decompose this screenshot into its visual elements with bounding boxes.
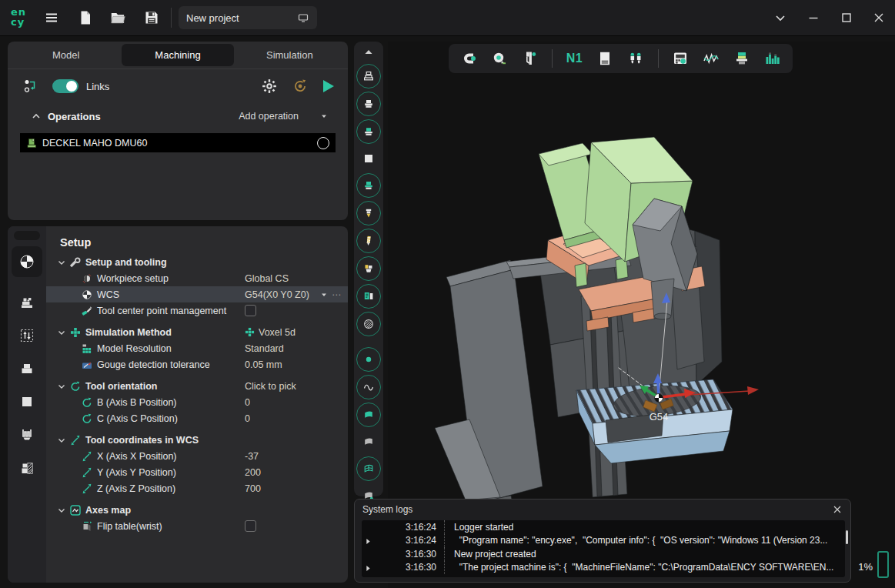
expander-down-icon[interactable] — [57, 382, 66, 391]
log-row: 3:16:30 "The project machine is": { "Mac… — [362, 561, 845, 575]
logs-scrollbar[interactable] — [846, 530, 848, 544]
sync-icon[interactable] — [292, 79, 308, 94]
setup-row-b-axis-b-position[interactable]: B (Axis B Position)0 — [46, 394, 348, 410]
expand-arrow-icon[interactable] — [366, 536, 375, 545]
gizmo-label: G54 — [650, 411, 669, 423]
add-operation-button[interactable]: Add operation — [239, 111, 299, 122]
setup-row-axes-map[interactable]: Axes map — [46, 502, 348, 518]
maximize-icon[interactable] — [838, 9, 855, 26]
expander-down-icon[interactable] — [57, 436, 66, 445]
setup-row-gouge-detection-tolerance[interactable]: Gouge detection tolerance0.05 mm — [46, 356, 348, 373]
control-doc-icon[interactable] — [356, 284, 381, 309]
scroll-up-icon[interactable] — [362, 48, 375, 57]
machine-icon[interactable] — [356, 64, 381, 89]
control-panel-icon[interactable] — [672, 48, 690, 68]
side-item-selected[interactable] — [12, 246, 42, 277]
stock-blocks-icon[interactable] — [19, 361, 35, 376]
surface-icon[interactable] — [356, 403, 381, 427]
tab-simulation[interactable]: Simulation — [234, 44, 346, 66]
strip-handle[interactable] — [14, 231, 40, 240]
mesh-icon[interactable] — [356, 456, 381, 481]
part-stock-icon[interactable] — [356, 119, 381, 144]
sheet-icon[interactable] — [596, 48, 614, 68]
gear-icon[interactable] — [262, 79, 277, 94]
expander-down-icon[interactable] — [57, 506, 66, 515]
machine-radio[interactable] — [317, 137, 329, 149]
setup-row-model-resolution[interactable]: Model ResolutionStandard — [46, 340, 348, 356]
close-logs-icon[interactable] — [832, 504, 843, 515]
caret-down-icon[interactable] — [320, 112, 328, 120]
stack-icon[interactable] — [733, 48, 751, 68]
point-icon[interactable] — [356, 347, 381, 372]
chevron-down-icon[interactable] — [772, 9, 789, 26]
nc-program-button[interactable]: N1 — [566, 48, 583, 68]
equalizer-icon[interactable] — [764, 48, 782, 68]
setup-row-y-axis-y-position[interactable]: Y (Axis Y Position)200 — [46, 464, 348, 480]
expander-down-icon[interactable] — [57, 328, 66, 337]
setup-row-z-axis-z-position[interactable]: Z (Axis Z Position)700 — [46, 480, 348, 496]
setup-row-c-axis-c-position[interactable]: C (Axis C Position)0 — [46, 410, 348, 426]
clamp-icon[interactable] — [19, 427, 35, 443]
tab-machining[interactable]: Machining — [122, 44, 233, 66]
square-icon[interactable] — [19, 394, 35, 409]
stock-icon[interactable] — [356, 92, 381, 116]
log-row: 3:16:24 "Program name": "ency.exe", "Com… — [362, 534, 845, 548]
axes-map-icon — [70, 505, 81, 516]
setup-row-setup-and-tooling[interactable]: Setup and tooling — [46, 254, 348, 270]
magnet-icon[interactable] — [459, 48, 477, 68]
expander-down-icon[interactable] — [57, 258, 66, 267]
menu-icon[interactable] — [43, 9, 60, 26]
hatched-square-icon[interactable] — [19, 460, 35, 476]
setup-row-tool-center-point-management[interactable]: Tool center point management — [46, 302, 348, 319]
row-label: Tool coordinates in WCS — [85, 435, 199, 446]
row-checkbox[interactable] — [245, 520, 256, 532]
row-value: 0 — [245, 397, 250, 408]
row-label: Simulation Method — [85, 327, 172, 338]
holder-icon[interactable] — [356, 256, 381, 281]
setup-row-workpiece-setup[interactable]: Workpiece setupGlobal CS — [46, 270, 348, 286]
minimize-icon[interactable] — [805, 9, 822, 26]
row-value: Global CS — [245, 273, 289, 284]
save-icon[interactable] — [143, 9, 160, 26]
log-message: "The project machine is": { "MachineFile… — [445, 562, 833, 573]
drill-icon[interactable] — [356, 229, 381, 253]
operations-title: Operations — [48, 111, 101, 122]
wcs-icon — [82, 289, 92, 300]
setup-row-x-axis-x-position[interactable]: X (Axis X Position)-37 — [46, 448, 348, 464]
close-icon[interactable] — [870, 9, 887, 26]
surface-gray-icon[interactable] — [357, 430, 380, 453]
machine-op-icon — [26, 138, 37, 149]
more-options-button[interactable]: ⋯ — [332, 289, 342, 300]
tab-model[interactable]: Model — [10, 44, 122, 66]
play-icon[interactable] — [323, 80, 334, 92]
row-checkbox[interactable] — [245, 305, 256, 316]
row-label: Flip table(wrist) — [97, 521, 162, 532]
square-white-icon[interactable] — [357, 147, 380, 170]
setup-row-simulation-method[interactable]: Simulation MethodVoxel 5d — [46, 324, 348, 340]
dropdown-caret-icon[interactable] — [320, 291, 328, 299]
operation-machine-row[interactable]: DECKEL MAHO DMU60 — [20, 133, 336, 152]
tools-icon[interactable] — [627, 48, 645, 68]
open-folder-icon[interactable] — [109, 9, 126, 26]
tape-measure-icon[interactable] — [490, 48, 508, 68]
project-name-field[interactable]: New project — [179, 6, 317, 29]
machine-setup-icon[interactable] — [19, 295, 35, 310]
setup-row-flip-table-wrist[interactable]: Flip table(wrist) — [46, 518, 348, 534]
setup-row-tool-orientation[interactable]: Tool orientationClick to pick — [46, 378, 348, 394]
chevron-up-icon[interactable] — [31, 111, 42, 122]
hatched-circle-icon[interactable] — [356, 312, 381, 336]
row-label: Workpiece setup — [97, 273, 169, 284]
part-icon[interactable] — [356, 173, 381, 198]
updown-arrows-icon[interactable] — [19, 328, 35, 343]
waveform-icon[interactable] — [703, 48, 720, 68]
links-toggle[interactable] — [52, 79, 78, 93]
expand-arrow-icon[interactable] — [366, 563, 375, 572]
new-file-icon[interactable] — [77, 9, 94, 26]
setup-row-tool-coordinates-in-wcs[interactable]: Tool coordinates in WCS — [46, 432, 348, 448]
setup-row-wcs[interactable]: WCSG54(X0 Y0 Z0)⋯ — [46, 286, 348, 302]
tool-icon[interactable] — [356, 201, 381, 226]
gouge-icon — [82, 359, 92, 370]
caliper-icon[interactable] — [521, 48, 539, 68]
curve-icon[interactable] — [356, 375, 381, 399]
rotate-icon — [70, 381, 81, 392]
